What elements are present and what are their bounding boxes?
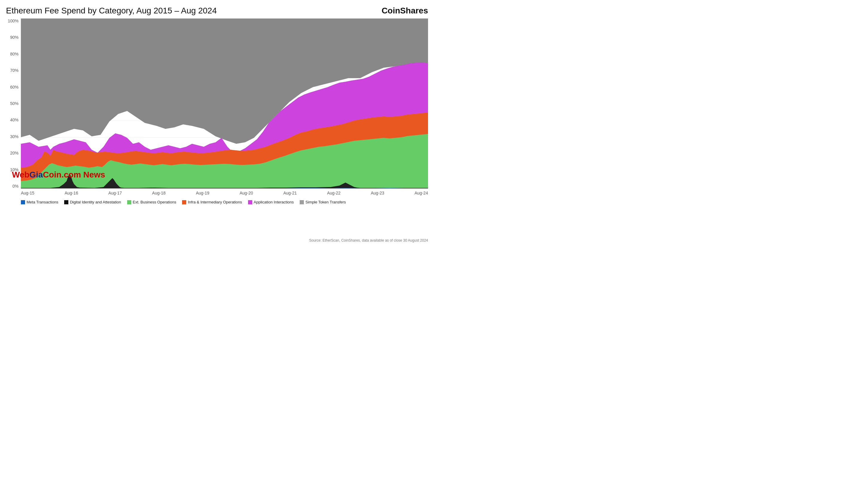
x-label-aug21: Aug-21 (283, 191, 297, 195)
watermark-gia: Gia (30, 170, 43, 179)
legend-color-app (248, 200, 252, 204)
x-label-aug24: Aug-24 (415, 191, 428, 195)
x-axis: Aug-15 Aug-16 Aug-17 Aug-18 Aug-19 Aug-2… (21, 189, 428, 198)
legend-color-digital (64, 200, 68, 204)
legend: Meta Transactions Digital Identity and A… (6, 200, 428, 204)
source-text: Source: EtherScan, CoinShares, data avai… (309, 238, 428, 242)
chart-area: 100% 90% 80% 70% 60% 50% 40% 30% 20% 10%… (6, 19, 428, 198)
chart-svg (21, 19, 428, 189)
legend-label-infra: Infra & Intermediary Operations (188, 200, 242, 204)
legend-meta-transactions: Meta Transactions (21, 200, 58, 204)
legend-digital-identity: Digital Identity and Attestation (64, 200, 121, 204)
y-label-40: 40% (6, 118, 21, 122)
x-label-aug17: Aug-17 (108, 191, 122, 195)
y-label-80: 80% (6, 52, 21, 56)
chart-plot (21, 19, 428, 189)
chart-container: Ethereum Fee Spend by Category, Aug 2015… (0, 0, 434, 246)
legend-label-app: Application Interactions (254, 200, 294, 204)
legend-app-interactions: Application Interactions (248, 200, 294, 204)
chart-header: Ethereum Fee Spend by Category, Aug 2015… (6, 6, 428, 16)
x-label-aug16: Aug-16 (65, 191, 78, 195)
x-label-aug20: Aug-20 (240, 191, 253, 195)
legend-label-digital: Digital Identity and Attestation (70, 200, 121, 204)
legend-color-meta (21, 200, 25, 204)
legend-color-infra (182, 200, 186, 204)
y-label-50: 50% (6, 101, 21, 106)
x-label-aug22: Aug-22 (327, 191, 341, 195)
x-label-aug15: Aug-15 (21, 191, 34, 195)
watermark-coin: Coin.com News (43, 170, 105, 179)
watermark: WebGiaCoin.com News (12, 170, 105, 180)
y-label-20: 20% (6, 151, 21, 155)
y-label-100: 100% (6, 19, 21, 23)
y-label-90: 90% (6, 35, 21, 40)
chart-title: Ethereum Fee Spend by Category, Aug 2015… (6, 6, 217, 16)
x-label-aug23: Aug-23 (371, 191, 384, 195)
y-label-60: 60% (6, 85, 21, 89)
x-label-aug18: Aug-18 (152, 191, 166, 195)
watermark-web: Web (12, 170, 30, 179)
legend-ext-business: Ext. Business Operations (127, 200, 176, 204)
legend-infra: Infra & Intermediary Operations (182, 200, 242, 204)
x-label-aug19: Aug-19 (196, 191, 209, 195)
legend-simple-token: Simple Token Transfers (300, 200, 346, 204)
legend-label-meta: Meta Transactions (27, 200, 58, 204)
legend-label-ext: Ext. Business Operations (133, 200, 176, 204)
legend-color-token (300, 200, 304, 204)
legend-color-ext (127, 200, 131, 204)
legend-label-token: Simple Token Transfers (305, 200, 346, 204)
y-label-30: 30% (6, 134, 21, 139)
chart-brand: CoinShares (382, 6, 428, 16)
y-label-0: 0% (6, 184, 21, 189)
y-label-70: 70% (6, 68, 21, 73)
